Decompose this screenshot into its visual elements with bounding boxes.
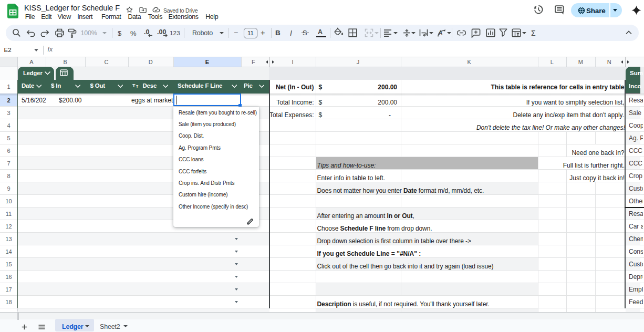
svg-text:A: A [439,30,442,36]
